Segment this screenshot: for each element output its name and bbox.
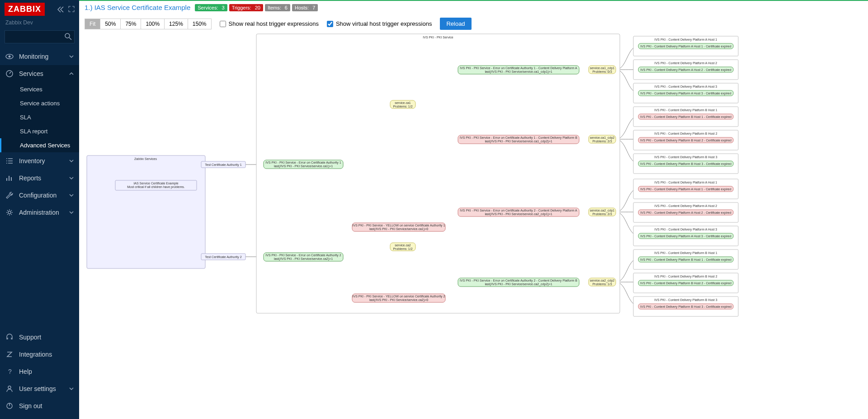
nav-help[interactable]: ? Help — [0, 363, 79, 380]
svg-text:IVS PKI - Content Delivery Pla: IVS PKI - Content Delivery Platform A Ho… — [655, 61, 717, 65]
node-yellow-ca1[interactable]: IVS PKI - PKI Service - YELLOW on servic… — [352, 223, 445, 231]
service-graph[interactable]: Zabbix Services IAS Service Certificate … — [85, 33, 862, 400]
svg-point-5 — [8, 211, 11, 214]
svg-text:IVS PKI - PKI Service - Error : IVS PKI - PKI Service - Error on Certifi… — [460, 279, 577, 282]
collapse-icon[interactable] — [57, 6, 65, 13]
node-host-A1-g1[interactable]: IVS PKI - Content Delivery Platform A Ho… — [633, 36, 738, 56]
svg-point-1 — [65, 33, 70, 38]
zoom-50[interactable]: 50% — [100, 19, 121, 29]
svg-text:IAS Service Certificate Exampl: IAS Service Certificate Example — [133, 182, 178, 185]
eye-icon — [5, 52, 14, 61]
svg-text:IVS PKI - Content Delivery Pla: IVS PKI - Content Delivery Platform A Ho… — [640, 68, 731, 72]
svg-text:Test Certificate Authority 1: Test Certificate Authority 1 — [205, 163, 241, 167]
search-icon[interactable] — [65, 33, 72, 40]
subnav-sla-report[interactable]: SLA report — [0, 124, 79, 138]
svg-text:IVS PKI - Content Delivery Pla: IVS PKI - Content Delivery Platform B Ho… — [654, 298, 717, 302]
nav-reports[interactable]: Reports — [0, 169, 79, 187]
node-host-A1-g3[interactable]: IVS PKI - Content Delivery Platform A Ho… — [633, 179, 738, 199]
node-host-A3-g3[interactable]: IVS PKI - Content Delivery Platform A Ho… — [633, 226, 738, 246]
svg-text:IVS PKI - Content Delivery Pla: IVS PKI - Content Delivery Platform A Ho… — [640, 45, 731, 48]
node-yellow-ca2[interactable]: IVS PKI - PKI Service - YELLOW on servic… — [352, 294, 445, 302]
node-host-B1-g2[interactable]: IVS PKI - Content Delivery Platform B Ho… — [633, 107, 738, 127]
subnav-service-actions[interactable]: Service actions — [0, 96, 79, 110]
svg-text:IVS PKI - Content Delivery Pla: IVS PKI - Content Delivery Platform A Ho… — [640, 211, 731, 215]
zoom-150[interactable]: 150% — [188, 19, 212, 29]
node-host-B1-g4[interactable]: IVS PKI - Content Delivery Platform B Ho… — [633, 250, 738, 269]
svg-text:last(/IVS PKI - PKI Service/se: last(/IVS PKI - PKI Service/service.ca1)… — [369, 227, 428, 231]
nav-user-settings[interactable]: User settings — [0, 380, 79, 397]
nav-configuration-label: Configuration — [19, 192, 57, 199]
svg-text:IVS PKI - Content Delivery Pla: IVS PKI - Content Delivery Platform B Ho… — [640, 305, 731, 309]
node-eca1-cdpA[interactable]: IVS PKI - PKI Service - Error on Certifi… — [458, 66, 579, 74]
svg-text:Problems: 0/3: Problems: 0/3 — [592, 70, 612, 73]
nav-services[interactable]: Services — [0, 65, 79, 82]
badge-hosts: Hosts:7 — [292, 4, 318, 11]
nav-administration[interactable]: Administration — [0, 204, 79, 221]
svg-text:IVS PKI - Content Delivery Pla: IVS PKI - Content Delivery Platform B Ho… — [640, 115, 731, 119]
node-eca2-cdpA[interactable]: IVS PKI - PKI Service - Error on Certifi… — [458, 208, 579, 217]
zoom-125[interactable]: 125% — [165, 19, 188, 29]
nav-monitoring[interactable]: Monitoring — [0, 48, 79, 65]
checkbox-show-real[interactable]: Show real host trigger expressions — [220, 20, 319, 27]
svg-text:IVS PKI - Content Delivery Pla: IVS PKI - Content Delivery Platform B Ho… — [654, 251, 717, 255]
logo[interactable]: ZABBIX — [5, 3, 45, 16]
node-svc-ca1-cdp1[interactable]: service.ca1_cdp1Problems: 0/3 — [589, 66, 616, 74]
node-host-B3-g4[interactable]: IVS PKI - Content Delivery Platform B Ho… — [633, 297, 738, 316]
help-icon: ? — [5, 367, 14, 376]
node-svc-ca2-cdp2[interactable]: service.ca2_cdp2Problems: 1/3 — [589, 278, 616, 286]
checkbox-show-virtual[interactable]: Show virtual host trigger expressions — [327, 20, 432, 27]
node-host-B2-g4[interactable]: IVS PKI - Content Delivery Platform B Ho… — [633, 273, 738, 293]
svg-point-7 — [8, 386, 11, 389]
svg-text:IVS PKI - Content Delivery Pla: IVS PKI - Content Delivery Platform A Ho… — [655, 85, 717, 89]
nav-configuration[interactable]: Configuration — [0, 187, 79, 204]
page-title[interactable]: 1.) IAS Service Certificate Example — [85, 4, 190, 11]
node-eca1-cdpB[interactable]: IVS PKI - PKI Service - Error on Certifi… — [458, 135, 579, 144]
search-input[interactable] — [5, 30, 75, 43]
nav-inventory[interactable]: Inventory — [0, 152, 79, 169]
svg-text:IVS PKI - Content Delivery Pla: IVS PKI - Content Delivery Platform B Ho… — [654, 275, 717, 278]
svg-text:last(/IVS PKI - PKI Service/se: last(/IVS PKI - PKI Service/service.ca2)… — [274, 257, 333, 261]
nav-support[interactable]: Support — [0, 329, 79, 346]
nav-sign-out[interactable]: Sign out — [0, 397, 79, 414]
svg-point-3 — [9, 56, 11, 58]
svg-text:last(/IVS PKI - PKI Service/se: last(/IVS PKI - PKI Service/service.ca1)… — [274, 165, 333, 168]
node-svc-ca2[interactable]: service.ca2 Problems: 1/2 — [390, 243, 415, 251]
nav-integrations[interactable]: Integrations — [0, 346, 79, 363]
expand-icon[interactable] — [68, 6, 75, 12]
svg-text:IVS PKI - Content Delivery Pla: IVS PKI - Content Delivery Platform A Ho… — [640, 188, 731, 191]
node-svc-ca1-cdp2[interactable]: service.ca1_cdp2Problems: 2/3 — [589, 135, 616, 143]
zoom-100[interactable]: 100% — [141, 19, 165, 29]
subnav-services[interactable]: Services — [0, 82, 79, 96]
nav-monitoring-label: Monitoring — [19, 53, 48, 60]
node-host-A3-g1[interactable]: IVS PKI - Content Delivery Platform A Ho… — [633, 83, 738, 103]
subnav-sla[interactable]: SLA — [0, 110, 79, 124]
node-pki-service[interactable]: IVS PKI - PKI Service — [256, 34, 620, 313]
node-host-B3-g2[interactable]: IVS PKI - Content Delivery Platform B Ho… — [633, 154, 738, 174]
node-eca2-cdpB[interactable]: IVS PKI - PKI Service - Error on Certifi… — [458, 278, 579, 287]
zoom-fit[interactable]: Fit — [85, 19, 100, 29]
svg-text:IVS PKI - Content Delivery Pla: IVS PKI - Content Delivery Platform A Ho… — [640, 235, 731, 238]
node-eca1[interactable]: IVS PKI - PKI Service - Error on Certifi… — [264, 160, 343, 169]
node-zabbix-services[interactable]: Zabbix Services IAS Service Certificate … — [87, 155, 245, 268]
node-host-A2-g1[interactable]: IVS PKI - Content Delivery Platform A Ho… — [633, 60, 738, 80]
nav-inventory-label: Inventory — [19, 157, 45, 165]
svg-text:service.ca1_cdp2: service.ca1_cdp2 — [590, 136, 615, 140]
svg-text:IVS PKI - PKI Service - Error : IVS PKI - PKI Service - Error on Certifi… — [460, 66, 577, 70]
svg-text:IVS PKI - PKI Service - Error : IVS PKI - PKI Service - Error on Certifi… — [460, 136, 577, 140]
chevron-down-icon — [69, 54, 74, 59]
svg-text:last(/IVS PKI - PKI Service/se: last(/IVS PKI - PKI Service/service.ca1_… — [485, 70, 552, 74]
node-svc-ca1[interactable]: service.ca1 Problems: 1/2 — [390, 100, 415, 108]
nav-sign-out-label: Sign out — [19, 402, 42, 410]
svg-text:IVS PKI - PKI Service - YELLOW: IVS PKI - PKI Service - YELLOW on servic… — [353, 295, 445, 298]
badge-triggers: Triggers:20 — [229, 4, 263, 11]
svg-text:service.ca1_cdp1: service.ca1_cdp1 — [590, 66, 615, 70]
node-eca2[interactable]: IVS PKI - PKI Service - Error on Certifi… — [264, 253, 343, 261]
node-host-B2-g2[interactable]: IVS PKI - Content Delivery Platform B Ho… — [633, 130, 738, 150]
zoom-75[interactable]: 75% — [121, 19, 141, 29]
nav-integrations-label: Integrations — [19, 351, 52, 358]
node-host-A2-g3[interactable]: IVS PKI - Content Delivery Platform A Ho… — [633, 202, 738, 222]
subnav-advanced-services[interactable]: Advanced Services — [0, 138, 79, 152]
reload-button[interactable]: Reload — [440, 18, 471, 30]
node-svc-ca2-cdp1[interactable]: service.ca2_cdp1Problems: 2/3 — [589, 208, 616, 216]
chevron-down-icon — [69, 193, 74, 198]
